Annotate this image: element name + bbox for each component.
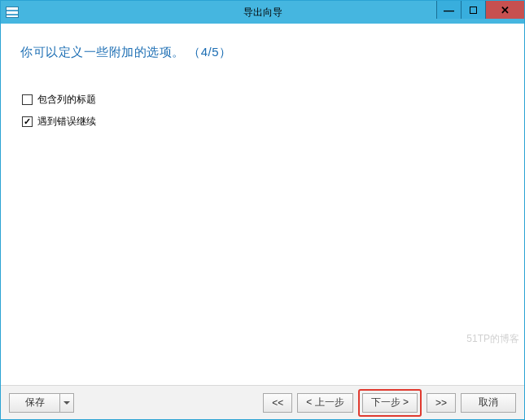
- checkbox-icon: [22, 94, 33, 105]
- checkbox-checked-icon: [22, 116, 33, 127]
- last-button[interactable]: >>: [427, 393, 456, 413]
- titlebar: 导出向导 — ✕: [1, 1, 524, 24]
- cancel-button[interactable]: 取消: [461, 393, 516, 413]
- save-button[interactable]: 保存: [9, 393, 59, 413]
- wizard-content: 你可以定义一些附加的选项。 （4/5） 包含列的标题 遇到错误继续 51TP的博…: [1, 24, 524, 385]
- maximize-button[interactable]: [461, 1, 485, 19]
- step-heading: 你可以定义一些附加的选项。 （4/5）: [20, 45, 505, 60]
- option-label: 遇到错误继续: [37, 115, 96, 129]
- nav-buttons: << < 上一步 下一步 > >> 取消: [263, 389, 516, 417]
- close-button[interactable]: ✕: [485, 1, 524, 19]
- save-dropdown-button[interactable]: [59, 393, 74, 413]
- next-highlight: 下一步 >: [358, 389, 422, 417]
- window-controls: — ✕: [436, 1, 524, 19]
- back-button[interactable]: < 上一步: [297, 393, 352, 413]
- watermark-text: 51TP的博客: [466, 332, 519, 346]
- minimize-button[interactable]: —: [436, 1, 461, 19]
- option-label: 包含列的标题: [37, 93, 96, 107]
- next-button[interactable]: 下一步 >: [362, 393, 418, 413]
- first-button[interactable]: <<: [263, 393, 292, 413]
- options-group: 包含列的标题 遇到错误继续: [22, 93, 505, 129]
- option-include-column-headers[interactable]: 包含列的标题: [22, 93, 505, 107]
- wizard-footer: 保存 << < 上一步 下一步 > >> 取消: [1, 385, 524, 419]
- export-wizard-window: 导出向导 — ✕ 你可以定义一些附加的选项。 （4/5） 包含列的标题 遇到错误…: [0, 0, 525, 420]
- save-split-button: 保存: [9, 393, 74, 413]
- app-icon: [6, 7, 19, 18]
- option-continue-on-error[interactable]: 遇到错误继续: [22, 115, 505, 129]
